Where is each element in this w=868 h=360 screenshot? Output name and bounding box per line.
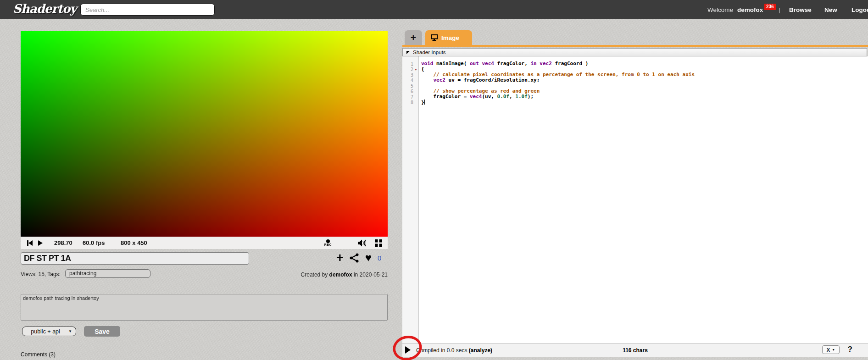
resolution-label: 800 x 450: [121, 237, 147, 249]
nav-username-link[interactable]: demofox: [737, 6, 763, 13]
char-count: 116 chars: [402, 347, 868, 354]
add-tab-button[interactable]: +: [405, 30, 422, 45]
chevron-down-icon: ▼: [68, 329, 72, 333]
code-lines[interactable]: void mainImage( out vec4 fragColor, in v…: [419, 56, 868, 343]
nav-welcome-label: Welcome: [707, 6, 733, 13]
share-button[interactable]: [350, 253, 359, 263]
top-bar: Shadertoy Welcome demofox 236 | Browse N…: [0, 0, 868, 19]
nav-browse-link[interactable]: Browse: [789, 6, 812, 13]
nav-new-link[interactable]: New: [824, 6, 837, 13]
author-link[interactable]: demofox: [329, 271, 352, 278]
export-dropdown[interactable]: X ▼: [822, 345, 840, 354]
save-button[interactable]: Save: [84, 326, 120, 337]
nav-logout-link[interactable]: Logout: [851, 6, 868, 13]
shader-actions: + ♥ 0: [336, 251, 381, 265]
record-button[interactable]: REC: [321, 237, 335, 249]
code-gutter: 12▼345678: [402, 56, 419, 343]
shader-title-input[interactable]: [21, 252, 249, 265]
fullscreen-button[interactable]: [375, 237, 382, 249]
shadertoy-logo[interactable]: Shadertoy: [13, 2, 76, 16]
likes-count: 0: [378, 254, 381, 262]
playback-time: 298.70: [54, 237, 72, 249]
uv-gradient-green-layer: [21, 31, 388, 237]
collapse-triangle-icon: [406, 51, 410, 54]
created-by-line: Created by demofox in 2020-05-21: [275, 271, 388, 278]
search-input[interactable]: [80, 4, 215, 16]
shader-inputs-header[interactable]: Shader Inputs: [402, 48, 867, 56]
record-icon: [326, 239, 330, 243]
comments-heading: Comments (3): [21, 351, 56, 358]
tab-image[interactable]: Image: [425, 30, 472, 45]
play-button[interactable]: [38, 237, 43, 249]
notification-badge[interactable]: 236: [764, 4, 776, 10]
description-textarea[interactable]: demofox path tracing in shadertoy: [21, 294, 388, 321]
monitor-icon: [431, 34, 438, 41]
rewind-button[interactable]: [27, 237, 33, 249]
share-icon: [350, 253, 359, 263]
add-to-playlist-button[interactable]: +: [336, 252, 344, 264]
volume-button[interactable]: [357, 237, 366, 249]
fps-counter: 60.0 fps: [83, 237, 105, 249]
play-icon: [38, 240, 43, 246]
player-controls-bar: 298.70 60.0 fps 800 x 450 REC: [21, 237, 388, 249]
tab-accent-underline: [402, 45, 868, 47]
volume-icon: [357, 239, 366, 247]
tags-input[interactable]: pathtracing: [65, 269, 150, 278]
fullscreen-icon: [375, 239, 382, 247]
like-button[interactable]: ♥: [365, 252, 372, 263]
shader-canvas[interactable]: [21, 31, 388, 237]
help-button[interactable]: ?: [848, 345, 852, 354]
editor-status-bar: Compiled in 0.0 secs (analyze) 116 chars…: [402, 343, 868, 357]
code-editor[interactable]: 12▼345678 void mainImage( out vec4 fragC…: [402, 56, 868, 343]
views-tags-label: Views: 15, Tags:: [21, 271, 61, 277]
nav-separator: |: [779, 6, 780, 13]
visibility-dropdown[interactable]: public + api ▼: [22, 327, 76, 336]
tab-image-label: Image: [441, 34, 459, 41]
chevron-down-icon: ▼: [832, 348, 835, 351]
